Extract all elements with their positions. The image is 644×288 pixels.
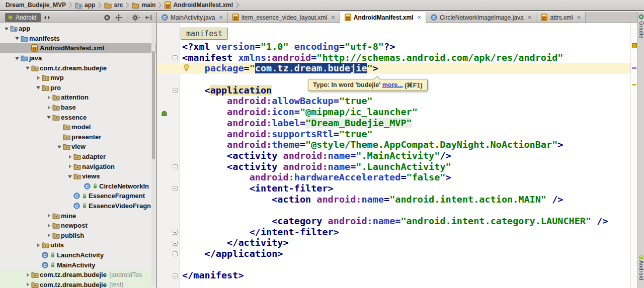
launcher-preview-icon[interactable] xyxy=(161,109,168,118)
fold-marker-open-icon[interactable] xyxy=(173,186,178,191)
tree-item-mvp[interactable]: mvp xyxy=(0,73,156,83)
tree-item-launchactivity[interactable]: CLaunchActivity xyxy=(0,250,156,260)
code-line-15[interactable]: <action android:name="android.intent.act… xyxy=(182,194,608,205)
stripe-mark[interactable] xyxy=(632,84,636,85)
breadcrumb-item-androidmanifest-xml[interactable]: AndroidManifest.xml xyxy=(163,2,234,9)
code-line-6[interactable]: android:allowBackup="true" xyxy=(182,95,608,107)
stripe-mark[interactable] xyxy=(632,67,636,69)
breadcrumb-item-main[interactable]: main xyxy=(130,2,157,9)
tree-expand-arrow-icon[interactable] xyxy=(24,65,31,70)
tree-expand-arrow-icon[interactable] xyxy=(66,174,73,179)
locate-icon[interactable] xyxy=(115,14,122,21)
fold-marker-close-icon[interactable] xyxy=(173,241,178,246)
tree-item-pro[interactable]: pro xyxy=(0,83,156,93)
tree-item-utils[interactable]: utils xyxy=(0,240,156,250)
code-line-3[interactable]: package="com.tz.dream.budejie"> xyxy=(182,63,608,74)
tree-item-com-tz-dream-budejie[interactable]: com.tz.dream.budejie(androidTes xyxy=(0,270,156,280)
code-line-9[interactable]: android:supportsRtl="true" xyxy=(182,129,608,140)
fold-marker-close-icon[interactable] xyxy=(173,251,178,256)
fold-marker-open-icon[interactable] xyxy=(173,55,178,60)
tree-item-essencefragment[interactable]: CEssenceFragment xyxy=(0,191,156,201)
fold-marker-close-icon[interactable] xyxy=(173,273,178,278)
tab-close-icon[interactable]: × xyxy=(528,14,532,21)
code-line-22[interactable]: </manifest> xyxy=(182,270,608,281)
tree-item-com-tz-dream-budejie[interactable]: com.tz.dream.budejie(test) xyxy=(0,279,156,288)
tree-expand-arrow-icon[interactable] xyxy=(35,85,42,90)
tree-collapse-arrow-icon[interactable] xyxy=(45,223,52,228)
tree-collapse-arrow-icon[interactable] xyxy=(24,272,31,277)
collapse-all-icon[interactable] xyxy=(104,14,111,21)
tree-item-base[interactable]: base xyxy=(0,103,156,113)
tool-tab-android[interactable]: Android xyxy=(638,254,644,280)
code-line-11[interactable]: <activity android:name=".MainActivity"/> xyxy=(182,150,608,161)
tab-item-essence-video-layout-xml[interactable]: item_essence_video_layout.xml× xyxy=(228,12,340,23)
fold-marker-close-icon[interactable] xyxy=(173,230,178,235)
code-line-7[interactable]: android:icon="@mipmap/ic_launcher" xyxy=(182,107,608,118)
code-line-10[interactable]: android:theme="@style/Theme.AppCompat.Da… xyxy=(182,139,608,150)
code-line-14[interactable]: <intent-filter> xyxy=(182,183,608,194)
code-line-21[interactable] xyxy=(182,259,608,270)
tree-item-circlenetworkin[interactable]: CCircleNetworkIn xyxy=(0,181,156,191)
tab-close-icon[interactable]: × xyxy=(331,14,335,21)
project-view-selector[interactable]: Android xyxy=(5,13,41,22)
tree-item-androidmanifest-xml[interactable]: AndroidManifest.xml xyxy=(0,43,156,53)
hide-panel-icon[interactable] xyxy=(145,15,152,21)
code-line-13[interactable]: android:hardwareAccelerated="false"> xyxy=(182,172,608,183)
code-line-1[interactable]: <?xml version="1.0" encoding="utf-8"?> xyxy=(182,41,608,52)
tree-item-app[interactable]: app xyxy=(0,24,156,34)
inspection-status-square[interactable] xyxy=(632,43,637,48)
tree-expand-arrow-icon[interactable] xyxy=(14,36,21,41)
code-area[interactable]: <?xml version="1.0" encoding="utf-8"?><m… xyxy=(182,41,608,281)
tree-item-com-tz-dream-budejie[interactable]: com.tz.dream.budejie xyxy=(0,63,156,73)
tree-collapse-arrow-icon[interactable] xyxy=(35,75,42,80)
tree-item-view[interactable]: view xyxy=(0,142,156,152)
fold-marker-open-icon[interactable] xyxy=(173,88,178,93)
tree-collapse-arrow-icon[interactable] xyxy=(66,164,73,169)
code-line-2[interactable]: <manifest xmlns:android="http://schemas.… xyxy=(182,52,608,63)
tree-expand-arrow-icon[interactable] xyxy=(3,26,10,31)
tree-scrollbar-thumb[interactable] xyxy=(152,51,155,159)
tree-item-navigation[interactable]: navigation xyxy=(0,161,156,171)
code-line-12[interactable]: <activity android:name=".LaunchActivity" xyxy=(182,161,608,172)
tree-collapse-arrow-icon[interactable] xyxy=(35,243,42,248)
tree-collapse-arrow-icon[interactable] xyxy=(66,154,73,159)
tree-item-mine[interactable]: mine xyxy=(0,211,156,221)
tab-close-icon[interactable]: × xyxy=(417,14,421,21)
tree-collapse-arrow-icon[interactable] xyxy=(24,282,31,287)
intention-bulb-icon[interactable] xyxy=(183,64,190,74)
tab-close-icon[interactable]: × xyxy=(577,14,581,21)
tree-item-publish[interactable]: publish xyxy=(0,230,156,240)
tree-item-views[interactable]: views xyxy=(0,171,156,181)
tree-expand-arrow-icon[interactable] xyxy=(14,56,21,61)
code-line-16[interactable] xyxy=(182,205,608,216)
code-line-17[interactable]: <category android:name="android.intent.c… xyxy=(182,216,608,227)
tree-item-model[interactable]: model xyxy=(0,122,156,132)
tab-androidmanifest-xml[interactable]: AndroidManifest.xml× xyxy=(340,12,426,23)
tree-item-attention[interactable]: attention xyxy=(0,92,156,103)
tree-collapse-arrow-icon[interactable] xyxy=(45,95,52,100)
code-line-8[interactable]: android:label="Dream_Budejie_MVP" xyxy=(182,118,608,129)
tooltip-more-link[interactable]: more... xyxy=(382,81,403,88)
code-line-18[interactable]: </intent-filter> xyxy=(182,227,608,238)
tree-item-mainactivity[interactable]: CMainActivity xyxy=(0,260,156,270)
tree-scrollbar[interactable] xyxy=(151,24,155,285)
view-switcher-arrows-icon[interactable] xyxy=(44,15,50,20)
tree-item-adapter[interactable]: adapter xyxy=(0,152,156,162)
breadcrumb-item-app[interactable]: app xyxy=(73,2,97,9)
tree-item-newpost[interactable]: newpost xyxy=(0,221,156,231)
tree-item-java[interactable]: java xyxy=(0,53,156,63)
error-stripe[interactable] xyxy=(630,23,637,288)
tree-item-presenter[interactable]: presenter xyxy=(0,132,156,142)
tree-expand-arrow-icon[interactable] xyxy=(56,144,63,149)
xml-breadcrumb-chip[interactable]: manifest xyxy=(181,28,228,40)
code-line-20[interactable]: </application> xyxy=(182,248,608,259)
tree-collapse-arrow-icon[interactable] xyxy=(45,213,52,218)
tool-tab-gradle[interactable]: Gradle xyxy=(638,14,644,39)
tree-collapse-arrow-icon[interactable] xyxy=(45,233,52,238)
tab-circlenetworkimageimage-java[interactable]: CCircleNetworkImageImage.java× xyxy=(426,12,536,23)
tab-attrs-xml[interactable]: attrs.xml× xyxy=(536,12,586,23)
breadcrumb-item-src[interactable]: src xyxy=(103,2,124,9)
tab-mainactivity-java[interactable]: CMainActivity.java× xyxy=(157,12,228,23)
tree-item-essencevideofragn[interactable]: CEssenceVideoFragn xyxy=(0,201,156,211)
tree-collapse-arrow-icon[interactable] xyxy=(45,105,52,110)
